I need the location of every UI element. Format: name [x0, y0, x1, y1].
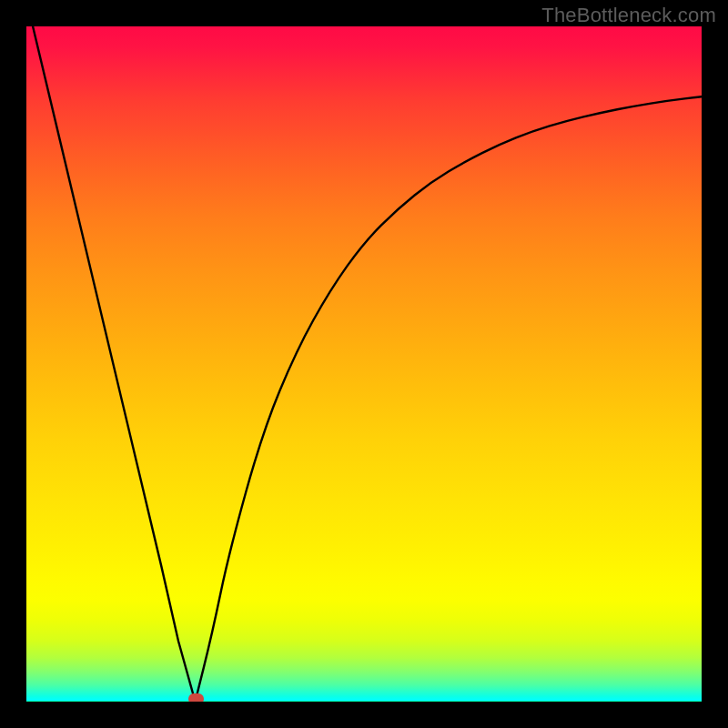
optimum-marker — [188, 693, 204, 702]
bottleneck-curve — [26, 26, 702, 702]
chart-container: TheBottleneck.com — [0, 0, 728, 728]
watermark-text: TheBottleneck.com — [541, 4, 716, 27]
plot-area — [26, 26, 702, 702]
